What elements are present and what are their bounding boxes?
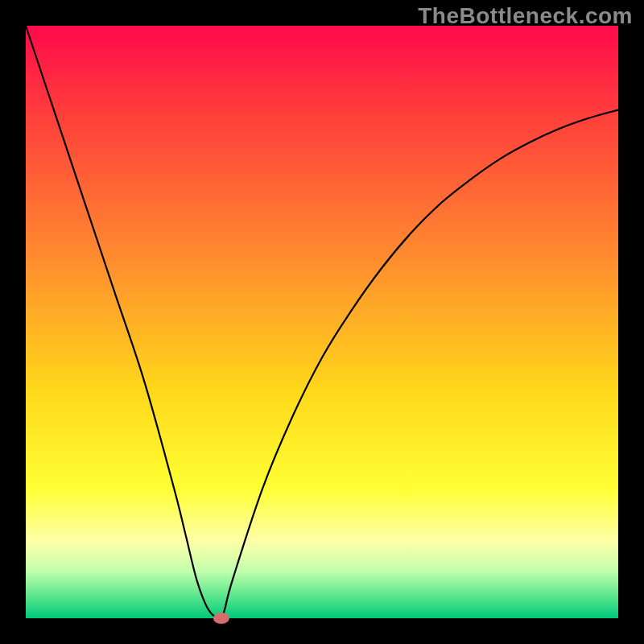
optimal-point-marker <box>213 613 229 624</box>
gradient-background <box>26 26 618 618</box>
watermark-text: TheBottleneck.com <box>418 3 633 29</box>
chart-frame: TheBottleneck.com <box>0 0 644 644</box>
bottleneck-curve-plot <box>0 0 644 644</box>
